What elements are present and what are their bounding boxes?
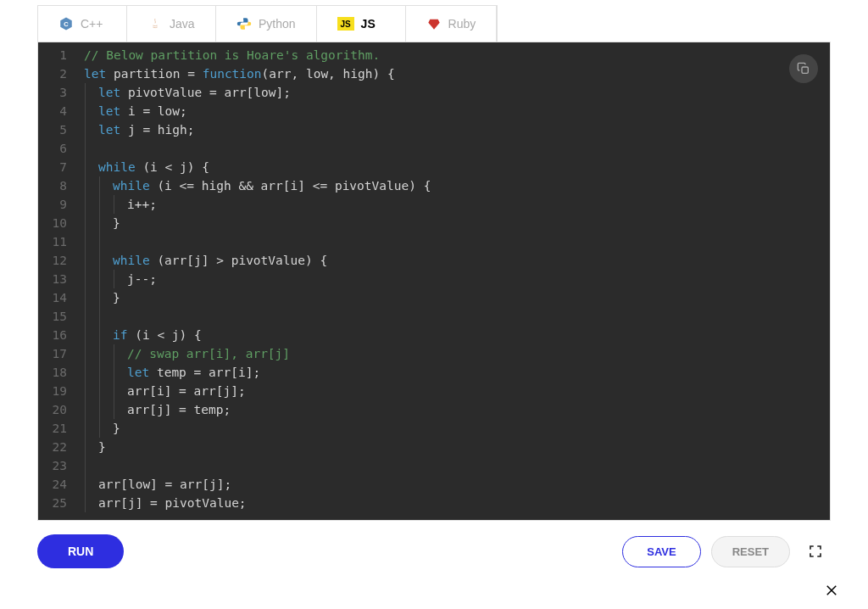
tab-cpp[interactable]: C C++ — [38, 6, 127, 42]
ruby-icon — [426, 16, 442, 31]
copy-icon — [797, 62, 810, 75]
java-icon — [147, 16, 163, 31]
fullscreen-icon — [808, 544, 823, 559]
reset-button[interactable]: RESET — [711, 536, 790, 567]
svg-text:C: C — [64, 20, 69, 28]
tab-java[interactable]: Java — [127, 6, 216, 42]
run-button[interactable]: RUN — [37, 534, 124, 568]
copy-button[interactable] — [789, 54, 818, 83]
code-content[interactable]: // Below partition is Hoare's algorithm.… — [77, 42, 830, 520]
python-icon — [236, 16, 252, 31]
save-button[interactable]: SAVE — [622, 536, 700, 567]
line-number-gutter: 1234567891011121314151617181920212223242… — [38, 42, 77, 520]
fullscreen-button[interactable] — [800, 536, 831, 567]
js-icon: JS — [337, 17, 354, 31]
close-button[interactable] — [824, 583, 839, 602]
close-icon — [824, 583, 839, 598]
code-editor[interactable]: 1234567891011121314151617181920212223242… — [37, 42, 831, 521]
tab-label: C++ — [81, 17, 103, 31]
tab-ruby[interactable]: Ruby — [406, 6, 498, 42]
svg-rect-3 — [802, 67, 808, 73]
svg-marker-2 — [428, 20, 439, 30]
language-tabs: C C++ Java Python JS JS Ruby — [37, 5, 498, 42]
cpp-icon: C — [58, 16, 74, 31]
tab-python[interactable]: Python — [216, 6, 317, 42]
tab-label: Java — [170, 17, 195, 31]
tab-label: Ruby — [448, 17, 476, 31]
tab-label: Python — [259, 17, 296, 31]
tab-label: JS — [361, 17, 376, 31]
tab-js[interactable]: JS JS — [317, 6, 406, 42]
editor-footer: RUN SAVE RESET — [0, 521, 868, 582]
